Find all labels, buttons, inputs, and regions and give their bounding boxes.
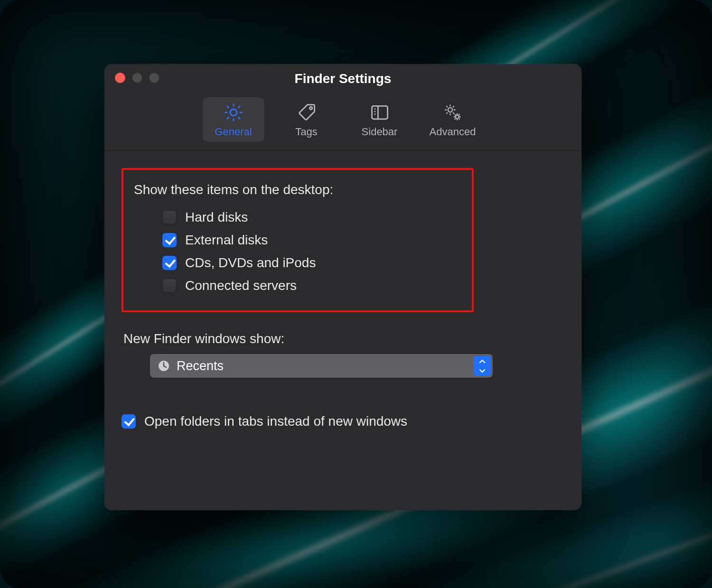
svg-point-8: [455, 115, 459, 119]
traffic-lights: [115, 73, 159, 83]
svg-rect-2: [372, 106, 387, 119]
checkbox-label: Open folders in tabs instead of new wind…: [144, 414, 407, 429]
tab-sidebar[interactable]: Sidebar: [349, 97, 411, 142]
new-finder-windows-section: New Finder windows show: Recents: [122, 331, 564, 378]
checkbox-label: Hard disks: [185, 210, 248, 225]
tab-label: Sidebar: [362, 126, 398, 138]
select-value: Recents: [177, 359, 224, 373]
tag-icon: [296, 102, 318, 123]
checkbox-row-hard-disks[interactable]: Hard disks: [134, 206, 461, 229]
settings-content: Show these items on the desktop: Hard di…: [104, 151, 581, 442]
checkbox-row-open-in-tabs[interactable]: Open folders in tabs instead of new wind…: [122, 410, 564, 433]
clock-icon: [158, 360, 170, 372]
checkbox-label: Connected servers: [185, 278, 297, 293]
sidebar-icon: [369, 102, 391, 123]
titlebar: Finder Settings: [104, 64, 581, 93]
tab-label: Advanced: [430, 126, 476, 138]
chevron-down-icon: [474, 366, 491, 376]
checkbox-label: CDs, DVDs and iPods: [185, 255, 316, 271]
tabs-option-section: Open folders in tabs instead of new wind…: [122, 410, 564, 433]
checkbox-row-external-disks[interactable]: External disks: [134, 229, 461, 252]
window-close-button[interactable]: [115, 73, 125, 83]
window-title: Finder Settings: [295, 71, 392, 86]
chevron-up-icon: [474, 356, 491, 366]
window-zoom-button[interactable]: [149, 73, 159, 83]
tab-tags[interactable]: Tags: [276, 97, 337, 142]
tab-general[interactable]: General: [203, 97, 264, 142]
select-stepper[interactable]: [474, 356, 491, 376]
desktop-items-label: Show these items on the desktop:: [134, 182, 461, 197]
svg-point-5: [374, 111, 375, 112]
svg-point-4: [374, 108, 375, 110]
finder-settings-window: Finder Settings General Tags: [104, 64, 581, 510]
checkbox-connected-servers[interactable]: [162, 279, 177, 293]
window-minimize-button[interactable]: [132, 73, 142, 83]
tab-label: General: [215, 126, 252, 138]
tab-advanced[interactable]: Advanced: [422, 97, 484, 142]
checkbox-row-cds-dvds-ipods[interactable]: CDs, DVDs and iPods: [134, 252, 461, 274]
checkbox-open-in-tabs[interactable]: [122, 414, 136, 429]
gears-icon: [442, 102, 464, 123]
svg-point-1: [309, 107, 312, 110]
checkbox-external-disks[interactable]: [162, 233, 177, 247]
svg-point-0: [230, 109, 237, 116]
checkbox-cds-dvds-ipods[interactable]: [162, 256, 177, 270]
desktop-items-section-highlight: Show these items on the desktop: Hard di…: [122, 168, 474, 312]
tab-label: Tags: [295, 126, 317, 138]
checkbox-label: External disks: [185, 233, 268, 248]
checkbox-row-connected-servers[interactable]: Connected servers: [134, 274, 461, 297]
gear-icon: [223, 102, 244, 123]
svg-point-6: [374, 113, 375, 115]
new-finder-windows-select[interactable]: Recents: [150, 354, 493, 378]
new-finder-windows-label: New Finder windows show:: [123, 331, 564, 346]
settings-toolbar: General Tags Sidebar: [104, 93, 581, 151]
svg-point-7: [448, 108, 452, 112]
checkbox-hard-disks[interactable]: [162, 210, 177, 224]
